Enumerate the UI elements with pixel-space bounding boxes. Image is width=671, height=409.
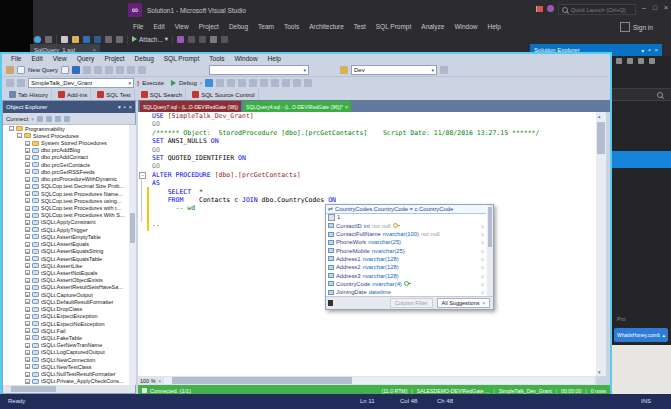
suggestion-list[interactable]: ⇄CountryCodes.CountryCode = c.CountryCod… — [326, 205, 486, 296]
toolbar-icon[interactable] — [293, 79, 301, 87]
toolbar-icon[interactable] — [17, 79, 25, 87]
scrollbar-thumb[interactable] — [130, 213, 135, 243]
expander-icon[interactable]: + — [25, 372, 30, 377]
execute-button[interactable]: Execute — [142, 80, 164, 86]
suggestion-item[interactable]: 1 — [326, 213, 486, 221]
tree-item[interactable]: +SQLCop.test Procedures With S... — [3, 212, 128, 219]
tree-item[interactable]: +System Stored Procedures — [3, 139, 128, 146]
expander-icon[interactable]: + — [25, 307, 30, 312]
toolbar-icon[interactable] — [227, 79, 235, 87]
expander-icon[interactable]: + — [25, 270, 30, 275]
sql-prompt-icon[interactable] — [177, 36, 184, 43]
filter-icon[interactable] — [64, 116, 70, 122]
toolbar-icon[interactable] — [238, 79, 246, 87]
ssms-menu-item[interactable]: SQL Prompt — [159, 54, 205, 64]
expander-icon[interactable]: + — [25, 292, 30, 297]
vs-menu-item[interactable]: Debug — [224, 22, 253, 32]
back-icon[interactable] — [45, 36, 52, 43]
resize-grip[interactable] — [328, 300, 333, 306]
new-query-icon[interactable] — [17, 66, 25, 74]
addin-button[interactable]: SQL Source Control — [189, 89, 258, 100]
connect-button[interactable]: Connect — [6, 116, 28, 122]
expander-icon[interactable]: + — [25, 285, 30, 290]
suggestion-item[interactable]: Address3nvarchar(128)c — [326, 271, 486, 279]
tree-item[interactable]: +dbo.prcAddContact — [3, 154, 128, 161]
object-explorer-header[interactable]: Object Explorer ▾ ▪ × — [3, 101, 135, 113]
cut-icon[interactable] — [94, 66, 102, 74]
close-icon[interactable]: × — [129, 104, 132, 110]
copy-icon[interactable] — [105, 66, 113, 74]
connect-icon[interactable] — [6, 66, 14, 74]
toolbar-icon[interactable] — [260, 79, 268, 87]
save-all-icon[interactable] — [94, 36, 101, 43]
scrollbar-thumb[interactable] — [11, 386, 56, 392]
tree-item[interactable]: +tSQLt.AssertEquals — [3, 241, 128, 248]
tree-item[interactable]: +tSQLt.ExpectNoException — [3, 320, 128, 327]
vs-menu-item[interactable]: Team — [253, 22, 279, 32]
disconnect-icon[interactable] — [37, 116, 43, 122]
undo-icon[interactable] — [105, 36, 112, 43]
tree-item[interactable]: +SQLCop.test Procedures with t... — [3, 204, 128, 211]
tree-item[interactable]: +tSQLt.DefaultResultFormatter — [3, 298, 128, 305]
editor-horizontal-scrollbar[interactable] — [164, 377, 594, 384]
toolbar-icon[interactable] — [216, 79, 224, 87]
pin-icon[interactable]: ▪ — [124, 104, 126, 110]
tree-item[interactable]: +tSQLt.Private_ApplyCheckCons... — [3, 378, 128, 385]
editor-vertical-scrollbar[interactable]: ▴ ▾ — [596, 112, 606, 376]
stop-icon[interactable] — [46, 116, 52, 122]
tree-item[interactable]: +dbo.prcGetContacts — [3, 161, 128, 168]
expander-icon[interactable]: + — [25, 155, 30, 160]
close-button[interactable]: × — [661, 4, 671, 11]
vs-menu-item[interactable]: Edit — [148, 22, 169, 32]
quick-launch-input[interactable]: Quick Launch (Ctrl+Q) — [558, 4, 636, 15]
refresh-icon[interactable] — [55, 116, 61, 122]
toolbar-icon[interactable] — [440, 66, 448, 74]
pin-icon[interactable]: ▪ — [648, 47, 650, 54]
expander-icon[interactable]: + — [25, 227, 30, 232]
expander-icon[interactable]: + — [25, 206, 30, 211]
vs-menu-item[interactable]: SQL Prompt — [371, 22, 417, 32]
vs-menu-item[interactable]: Analyze — [416, 22, 449, 32]
toolbar-icon[interactable] — [6, 79, 14, 87]
tree-item[interactable]: +dbo.prcGetRSSFeeds — [3, 168, 128, 175]
expander-icon[interactable]: − — [17, 133, 22, 138]
vs-menu-item[interactable]: Architecture — [304, 22, 349, 32]
ssms-menu-item[interactable]: Query — [72, 54, 100, 64]
expander-icon[interactable]: + — [25, 357, 30, 362]
tree-item[interactable]: +tSQLt.AssertEqualsTable — [3, 255, 128, 262]
vs-menu-item[interactable]: File — [128, 22, 148, 32]
vs-menu-item[interactable]: Project — [194, 22, 224, 32]
toolbar-icon[interactable] — [271, 79, 279, 87]
open-file-icon[interactable] — [72, 36, 79, 43]
tree-item[interactable]: +tSQLt.ApplyTrigger — [3, 226, 128, 233]
vs-menu-item[interactable]: Test — [349, 22, 371, 32]
document-tab[interactable]: SQLQuery7.sql - (L..O-DEV\RedGate (98)) — [140, 101, 241, 112]
attach-button[interactable]: Attach... ▾ — [132, 35, 168, 43]
tree-item[interactable]: +tSQLt.ExpectException — [3, 313, 128, 320]
tree-item[interactable]: +tSQLt.DropClass — [3, 305, 128, 312]
suggestion-item[interactable]: JoiningDatedatetimec — [326, 288, 486, 296]
redo-icon[interactable] — [116, 36, 123, 43]
tree-item[interactable]: +tSQLt.NewConnection — [3, 356, 128, 363]
tree-item[interactable]: +tSQLt.Fail — [3, 327, 128, 334]
close-icon[interactable]: × — [654, 47, 658, 54]
expander-icon[interactable]: − — [9, 126, 14, 131]
expander-icon[interactable]: + — [25, 220, 30, 225]
tree-item[interactable]: +SQLCop.test Procedures using... — [3, 197, 128, 204]
scrollbar-thumb[interactable] — [597, 122, 605, 154]
bookmark-icon[interactable] — [210, 36, 217, 43]
toolbar-icon[interactable] — [249, 79, 257, 87]
expander-icon[interactable]: + — [25, 343, 30, 348]
ssms-menu-item[interactable]: Project — [99, 54, 129, 64]
vs-menu-item[interactable]: Help — [483, 22, 506, 32]
expander-icon[interactable]: + — [25, 256, 30, 261]
expander-icon[interactable]: + — [25, 328, 30, 333]
tree-item[interactable]: +tSQLt.ApplyConstraint — [3, 219, 128, 226]
feedback-flag-icon[interactable] — [536, 6, 543, 12]
environment-combo[interactable]: Dev ▾ — [351, 65, 437, 75]
expander-icon[interactable]: + — [25, 148, 30, 153]
expander-icon[interactable]: + — [25, 364, 30, 369]
expander-icon[interactable]: + — [25, 278, 30, 283]
open-icon[interactable] — [61, 66, 69, 74]
suggestion-item[interactable]: Address1nvarchar(128)c — [326, 255, 486, 263]
